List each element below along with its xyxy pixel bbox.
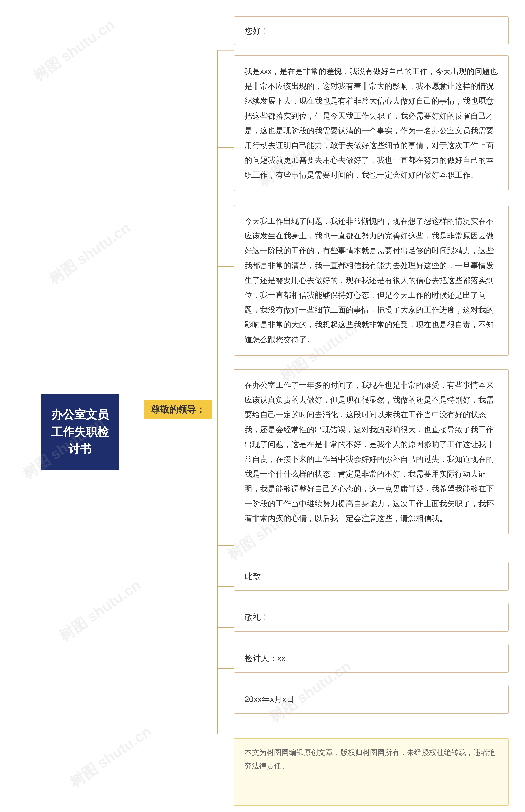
node-para1: 我是xxx，是在是非常的差愧，我没有做好自己的工作，今天出现的问题也是非常不应该… xyxy=(234,55,509,191)
node-greeting: 您好！ xyxy=(234,16,509,45)
main-container: 办公室文员工作失职检讨书 尊敬的领导： 您好！ 我是xxx，是在是非常的差愧，我… xyxy=(0,0,525,812)
para2-text: 今天我工作出现了问题，我还非常惭愧的，现在想了想这样的情况实在不应该发生在我身上… xyxy=(244,217,494,344)
title-text: 办公室文员工作失职检讨书 xyxy=(51,408,109,455)
jiantaoren-text: 检讨人：xx xyxy=(244,654,285,663)
node-jiantaoren: 检讨人：xx xyxy=(234,644,509,673)
content-area: 您好！ 我是xxx，是在是非常的差愧，我没有做好自己的工作，今天出现的问题也是非… xyxy=(209,0,525,812)
jingli-text: 敬礼！ xyxy=(244,613,269,622)
para3-text: 在办公室工作了一年多的时间了，我现在也是非常的难受，有些事情本来应该认真负责的去… xyxy=(244,381,494,523)
para1-text: 我是xxx，是在是非常的差愧，我没有做好自己的工作，今天出现的问题也是非常不应该… xyxy=(244,67,498,179)
greeting-text: 您好！ xyxy=(244,26,269,35)
date-text: 20xx年x月x日 xyxy=(244,695,295,704)
title-box: 办公室文员工作失职检讨书 xyxy=(41,394,119,470)
node-date: 20xx年x月x日 xyxy=(234,685,509,713)
label-node: 尊敬的领导： xyxy=(144,400,212,419)
node-jingli: 敬礼！ xyxy=(234,603,509,632)
cizhi-text: 此致 xyxy=(244,572,261,581)
label-text: 尊敬的领导： xyxy=(151,404,205,415)
footer-text: 本文为树图网编辑原创文章，版权归树图网所有，未经授权杜绝转载，违者追究法律责任。 xyxy=(244,748,495,770)
node-para3: 在办公室工作了一年多的时间了，我现在也是非常的难受，有些事情本来应该认真负责的去… xyxy=(234,369,509,535)
node-para2: 今天我工作出现了问题，我还非常惭愧的，现在想了想这样的情况实在不应该发生在我身上… xyxy=(234,205,509,356)
node-cizhi: 此致 xyxy=(234,562,509,590)
footer-note: 本文为树图网编辑原创文章，版权归树图网所有，未经授权杜绝转载，违者追究法律责任。 xyxy=(234,738,509,806)
